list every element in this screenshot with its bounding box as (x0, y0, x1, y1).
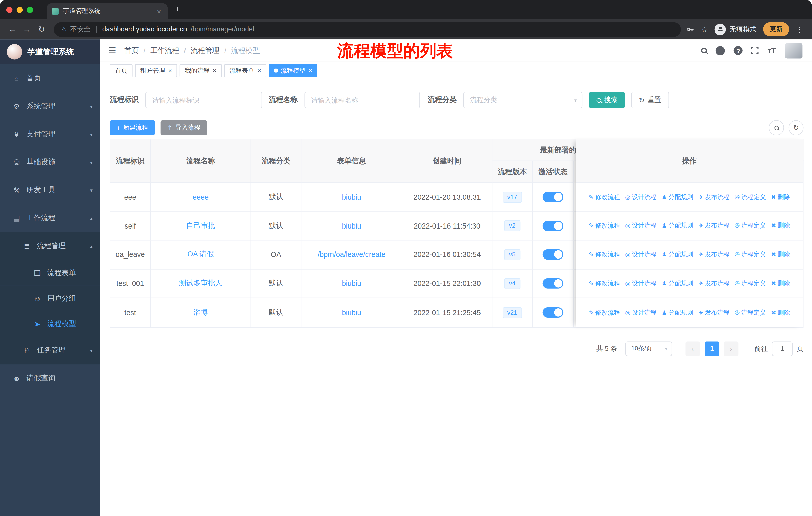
goto-page-input[interactable] (772, 342, 793, 356)
new-tab-button[interactable]: + (175, 4, 180, 15)
browser-tab[interactable]: 芋道管理系统 × (47, 3, 168, 19)
active-toggle[interactable] (543, 307, 563, 318)
action-assign[interactable]: ♟分配规则 (662, 308, 693, 317)
tag-close-icon[interactable]: × (213, 67, 216, 74)
action-publish[interactable]: ✈发布流程 (698, 308, 730, 317)
action-design[interactable]: ◎设计流程 (625, 279, 657, 288)
process-category-select[interactable]: 流程分类 ▾ (463, 92, 582, 108)
sidebar-item-payment-management[interactable]: ¥支付管理▾ (0, 120, 100, 148)
action-assign[interactable]: ♟分配规则 (662, 221, 693, 230)
sidebar-item-workflow[interactable]: ▤工作流程▴ (0, 204, 100, 232)
breadcrumb-item[interactable]: 工作流程 (150, 46, 179, 55)
back-icon[interactable]: ← (5, 25, 20, 34)
form-info-link[interactable]: biubiu (342, 308, 361, 317)
tag-流程表单[interactable]: 流程表单× (224, 64, 266, 77)
prev-page-button[interactable]: ‹ (686, 342, 700, 356)
sidebar-item-system-management[interactable]: ⚙系统管理▾ (0, 92, 100, 120)
tag-租户管理[interactable]: 租户管理× (135, 64, 177, 77)
action-design[interactable]: ◎设计流程 (625, 308, 657, 317)
close-window-button[interactable] (6, 6, 12, 13)
security-label[interactable]: 不安全 (70, 25, 90, 34)
sidebar-item-user-group[interactable]: ☺用户分组 (0, 286, 100, 311)
search-button[interactable]: 搜索 (589, 92, 625, 108)
process-name-link[interactable]: 测试多审批人 (179, 279, 223, 288)
action-publish[interactable]: ✈发布流程 (698, 279, 730, 288)
sidebar-logo[interactable]: 芋道管理系统 (0, 39, 100, 64)
action-delete[interactable]: ✖删除 (771, 279, 790, 288)
tag-close-icon[interactable]: × (309, 67, 312, 74)
action-publish[interactable]: ✈发布流程 (698, 221, 730, 230)
user-avatar[interactable] (785, 43, 803, 58)
tag-我的流程[interactable]: 我的流程× (180, 64, 222, 77)
address-bar[interactable]: ⚠ 不安全 dashboard.yudao.iocoder.cn/bpm/man… (54, 22, 680, 36)
minimize-window-button[interactable] (17, 6, 23, 13)
process-name-input[interactable] (304, 92, 420, 108)
action-delete[interactable]: ✖删除 (771, 221, 790, 230)
tab-close-icon[interactable]: × (155, 7, 163, 16)
action-definition[interactable]: ✇流程定义 (735, 308, 766, 317)
sidebar-item-infrastructure[interactable]: ⛁基础设施▾ (0, 148, 100, 176)
form-info-link[interactable]: /bpm/oa/leave/create (318, 251, 385, 259)
action-modify[interactable]: ✎修改流程 (589, 250, 620, 259)
create-process-button[interactable]: +新建流程 (110, 120, 155, 135)
action-delete[interactable]: ✖删除 (771, 308, 790, 317)
process-name-link[interactable]: OA 请假 (187, 250, 214, 259)
form-info-link[interactable]: biubiu (342, 279, 361, 288)
action-design[interactable]: ◎设计流程 (625, 193, 657, 201)
import-process-button[interactable]: ↥导入流程 (161, 120, 207, 135)
active-toggle[interactable] (543, 249, 563, 260)
action-assign[interactable]: ♟分配规则 (662, 279, 693, 288)
action-modify[interactable]: ✎修改流程 (589, 279, 620, 288)
toggle-search-button[interactable] (769, 120, 784, 135)
form-info-link[interactable]: biubiu (342, 222, 361, 230)
tag-close-icon[interactable]: × (257, 67, 261, 74)
action-delete[interactable]: ✖删除 (771, 250, 790, 259)
process-name-link[interactable]: 自己审批 (186, 221, 215, 230)
sidebar-item-process-management[interactable]: ≣流程管理▴ (0, 232, 100, 260)
breadcrumb-item[interactable]: 流程管理 (191, 46, 220, 55)
active-toggle[interactable] (543, 192, 563, 202)
sidebar-fold-icon[interactable]: ☰ (108, 45, 116, 56)
search-icon[interactable] (701, 48, 707, 53)
action-definition[interactable]: ✇流程定义 (735, 279, 766, 288)
tag-流程模型[interactable]: 流程模型× (269, 64, 317, 77)
active-toggle[interactable] (543, 278, 563, 289)
page-number-current[interactable]: 1 (705, 342, 719, 356)
sidebar-item-devtools[interactable]: ⚒研发工具▾ (0, 176, 100, 204)
fullscreen-icon[interactable] (752, 47, 759, 54)
sidebar-item-process-form[interactable]: ❏流程表单 (0, 260, 100, 286)
password-key-icon[interactable] (686, 25, 694, 33)
action-assign[interactable]: ♟分配规则 (662, 193, 693, 201)
tag-close-icon[interactable]: × (168, 67, 172, 74)
sidebar-item-process-model[interactable]: ➤流程模型 (0, 311, 100, 336)
action-design[interactable]: ◎设计流程 (625, 250, 657, 259)
help-icon[interactable]: ? (734, 46, 743, 55)
breadcrumb-item[interactable]: 首页 (124, 46, 139, 55)
next-page-button[interactable]: › (724, 342, 738, 356)
zoom-window-button[interactable] (27, 6, 33, 13)
sidebar-item-task-management[interactable]: ⚐任务管理▾ (0, 336, 100, 364)
action-definition[interactable]: ✇流程定义 (735, 221, 766, 230)
active-toggle[interactable] (543, 221, 563, 231)
process-name-link[interactable]: 滔博 (193, 308, 208, 317)
github-icon[interactable] (716, 46, 725, 55)
action-publish[interactable]: ✈发布流程 (698, 250, 730, 259)
sidebar-item-home[interactable]: ⌂首页 (0, 64, 100, 92)
action-assign[interactable]: ♟分配规则 (662, 250, 693, 259)
bookmark-star-icon[interactable]: ☆ (701, 25, 708, 34)
sidebar-item-leave-query[interactable]: ☻请假查询 (0, 364, 100, 392)
forward-icon[interactable]: → (20, 25, 34, 34)
process-id-input[interactable] (145, 92, 262, 108)
text-size-icon[interactable]: тT (767, 46, 776, 55)
page-size-select[interactable]: 10条/页 ▾ (626, 342, 672, 356)
reload-icon[interactable]: ↻ (34, 24, 49, 34)
update-button[interactable]: 更新 (763, 22, 789, 36)
action-definition[interactable]: ✇流程定义 (735, 193, 766, 201)
tag-首页[interactable]: 首页 (110, 64, 133, 77)
action-definition[interactable]: ✇流程定义 (735, 250, 766, 259)
action-delete[interactable]: ✖删除 (771, 193, 790, 201)
action-modify[interactable]: ✎修改流程 (589, 308, 620, 317)
action-modify[interactable]: ✎修改流程 (589, 193, 620, 201)
process-name-link[interactable]: eeee (193, 193, 209, 201)
browser-menu-icon[interactable]: ⋮ (796, 25, 804, 34)
